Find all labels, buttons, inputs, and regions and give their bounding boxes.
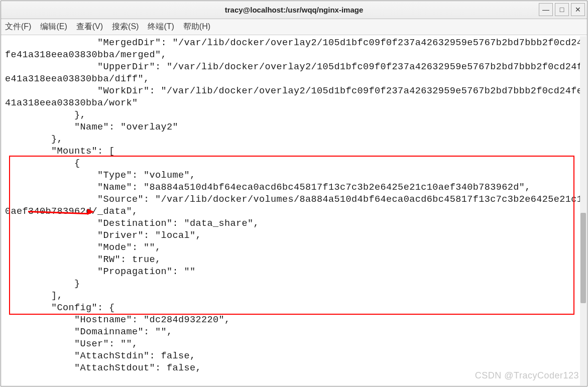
menubar: 文件(F) 编辑(E) 查看(V) 搜索(S) 终端(T) 帮助(H) <box>1 19 587 35</box>
window-title: tracy@localhost:/usr/wqq/nginx-image <box>225 6 364 14</box>
menu-help[interactable]: 帮助(H) <box>183 22 210 32</box>
menu-file[interactable]: 文件(F) <box>5 22 31 32</box>
terminal-window: tracy@localhost:/usr/wqq/nginx-image — □… <box>1 1 587 386</box>
menu-edit[interactable]: 编辑(E) <box>40 22 67 32</box>
titlebar: tracy@localhost:/usr/wqq/nginx-image — □… <box>1 1 587 19</box>
maximize-button[interactable]: □ <box>555 3 569 16</box>
window-controls: — □ ✕ <box>539 3 585 16</box>
close-button[interactable]: ✕ <box>571 3 585 16</box>
scrollbar[interactable] <box>580 36 586 385</box>
terminal-body[interactable]: "MergedDir": "/var/lib/docker/overlay2/1… <box>1 35 587 376</box>
minimize-button[interactable]: — <box>539 3 553 16</box>
menu-terminal[interactable]: 终端(T) <box>148 22 174 32</box>
scrollbar-thumb[interactable] <box>580 213 586 303</box>
watermark: CSDN @TracyCoder123 <box>475 370 579 381</box>
menu-search[interactable]: 搜索(S) <box>112 22 139 32</box>
menu-view[interactable]: 查看(V) <box>76 22 103 32</box>
